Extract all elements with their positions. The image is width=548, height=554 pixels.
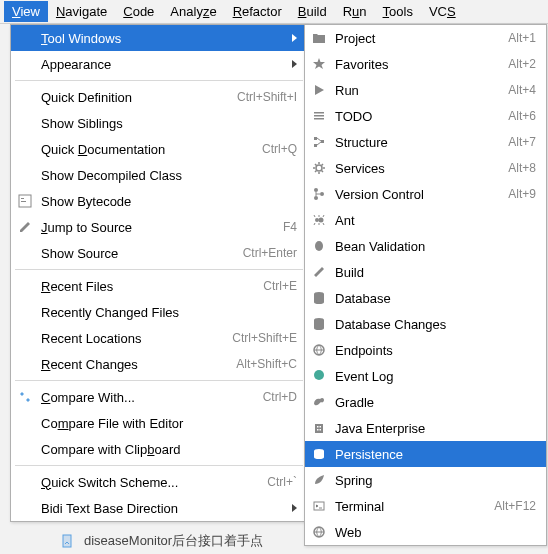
- svg-rect-7: [314, 144, 317, 147]
- menubar: View Navigate Code Analyze Refactor Buil…: [0, 0, 548, 24]
- menu-vcs[interactable]: VCS: [421, 1, 464, 22]
- bubble-icon: [311, 368, 327, 384]
- menu-show-siblings[interactable]: Show Siblings: [11, 110, 307, 136]
- tw-bean-validation[interactable]: Bean Validation: [305, 233, 546, 259]
- menu-compare-clipboard[interactable]: Compare with Clipboard: [11, 436, 307, 462]
- tw-version-control[interactable]: Version ControlAlt+9: [305, 181, 546, 207]
- tw-build[interactable]: Build: [305, 259, 546, 285]
- menu-view[interactable]: View: [4, 1, 48, 22]
- tw-web[interactable]: Web: [305, 519, 546, 545]
- menu-show-source[interactable]: Show Source Ctrl+Enter: [11, 240, 307, 266]
- menu-jump-to-source[interactable]: Jump to Source F4: [11, 214, 307, 240]
- play-icon: [311, 82, 327, 98]
- menu-show-decompiled[interactable]: Show Decompiled Class: [11, 162, 307, 188]
- svg-rect-24: [320, 429, 322, 431]
- svg-point-9: [316, 165, 322, 171]
- gear-icon: [311, 160, 327, 176]
- menu-recent-files[interactable]: Recent Files Ctrl+E: [11, 273, 307, 299]
- menu-quick-switch-scheme[interactable]: Quick Switch Scheme... Ctrl+`: [11, 469, 307, 495]
- menu-recent-locations[interactable]: Recent Locations Ctrl+Shift+E: [11, 325, 307, 351]
- menu-show-bytecode[interactable]: Show Bytecode: [11, 188, 307, 214]
- svg-rect-28: [63, 535, 71, 547]
- tw-ant[interactable]: Ant: [305, 207, 546, 233]
- svg-rect-23: [317, 429, 319, 431]
- separator: [15, 80, 303, 81]
- svg-rect-20: [315, 424, 323, 433]
- svg-point-10: [314, 188, 318, 192]
- menu-run[interactable]: Run: [335, 1, 375, 22]
- submenu-arrow-icon: [292, 60, 297, 68]
- database-icon: [311, 290, 327, 306]
- persistence-icon: [311, 446, 327, 462]
- bytecode-icon: [17, 193, 33, 209]
- view-dropdown: Tool Windows Appearance Quick Definition…: [10, 24, 308, 522]
- svg-rect-2: [21, 201, 26, 202]
- menu-appearance[interactable]: Appearance: [11, 51, 307, 77]
- menu-quick-documentation[interactable]: Quick Documentation Ctrl+Q: [11, 136, 307, 162]
- list-icon: [311, 108, 327, 124]
- svg-rect-5: [314, 118, 324, 120]
- tw-persistence[interactable]: Persistence: [305, 441, 546, 467]
- submenu-arrow-icon: [292, 34, 297, 42]
- bean-icon: [311, 238, 327, 254]
- compare-icon: [17, 389, 33, 405]
- file-icon: [60, 533, 76, 549]
- menu-bidi[interactable]: Bidi Text Base Direction: [11, 495, 307, 521]
- svg-point-19: [314, 370, 324, 380]
- tw-structure[interactable]: StructureAlt+7: [305, 129, 546, 155]
- globe-icon: [311, 342, 327, 358]
- menu-recent-changes[interactable]: Recent Changes Alt+Shift+C: [11, 351, 307, 377]
- branch-icon: [311, 186, 327, 202]
- tw-favorites[interactable]: FavoritesAlt+2: [305, 51, 546, 77]
- tw-event-log[interactable]: Event Log: [305, 363, 546, 389]
- leaf-icon: [311, 472, 327, 488]
- structure-icon: [311, 134, 327, 150]
- hammer-icon: [311, 264, 327, 280]
- svg-point-12: [320, 192, 324, 196]
- tw-database[interactable]: Database: [305, 285, 546, 311]
- menu-tool-windows[interactable]: Tool Windows: [11, 25, 307, 51]
- tw-terminal[interactable]: TerminalAlt+F12: [305, 493, 546, 519]
- separator: [15, 380, 303, 381]
- svg-rect-3: [314, 112, 324, 114]
- svg-point-14: [319, 218, 324, 223]
- tw-run[interactable]: RunAlt+4: [305, 77, 546, 103]
- ant-icon: [311, 212, 327, 228]
- folder-icon: [311, 30, 327, 46]
- tw-services[interactable]: ServicesAlt+8: [305, 155, 546, 181]
- tw-gradle[interactable]: Gradle: [305, 389, 546, 415]
- menu-build[interactable]: Build: [290, 1, 335, 22]
- svg-rect-4: [314, 115, 324, 117]
- submenu-arrow-icon: [292, 504, 297, 512]
- svg-rect-6: [314, 137, 317, 140]
- menu-compare-file-editor[interactable]: Compare File with Editor: [11, 410, 307, 436]
- gradle-icon: [311, 394, 327, 410]
- separator: [15, 465, 303, 466]
- database-changes-icon: [311, 316, 327, 332]
- tw-spring[interactable]: Spring: [305, 467, 546, 493]
- tw-todo[interactable]: TODOAlt+6: [305, 103, 546, 129]
- menu-refactor[interactable]: Refactor: [225, 1, 290, 22]
- menu-compare-with[interactable]: Compare With... Ctrl+D: [11, 384, 307, 410]
- star-icon: [311, 56, 327, 72]
- menu-tools[interactable]: Tools: [375, 1, 421, 22]
- terminal-icon: [311, 498, 327, 514]
- menu-recently-changed-files[interactable]: Recently Changed Files: [11, 299, 307, 325]
- menu-navigate[interactable]: Navigate: [48, 1, 115, 22]
- menu-quick-definition[interactable]: Quick Definition Ctrl+Shift+I: [11, 84, 307, 110]
- svg-point-13: [315, 218, 319, 222]
- menu-code[interactable]: Code: [115, 1, 162, 22]
- separator: [15, 269, 303, 270]
- tw-java-enterprise[interactable]: Java Enterprise: [305, 415, 546, 441]
- menu-analyze[interactable]: Analyze: [162, 1, 224, 22]
- pencil-icon: [17, 219, 33, 235]
- svg-point-11: [314, 196, 318, 200]
- svg-rect-22: [320, 426, 322, 428]
- globe-icon: [311, 524, 327, 540]
- svg-rect-21: [317, 426, 319, 428]
- svg-rect-1: [21, 198, 24, 199]
- project-file-label: diseaseMonitor后台接口着手点: [60, 532, 263, 550]
- tw-endpoints[interactable]: Endpoints: [305, 337, 546, 363]
- tw-project[interactable]: ProjectAlt+1: [305, 25, 546, 51]
- tw-database-changes[interactable]: Database Changes: [305, 311, 546, 337]
